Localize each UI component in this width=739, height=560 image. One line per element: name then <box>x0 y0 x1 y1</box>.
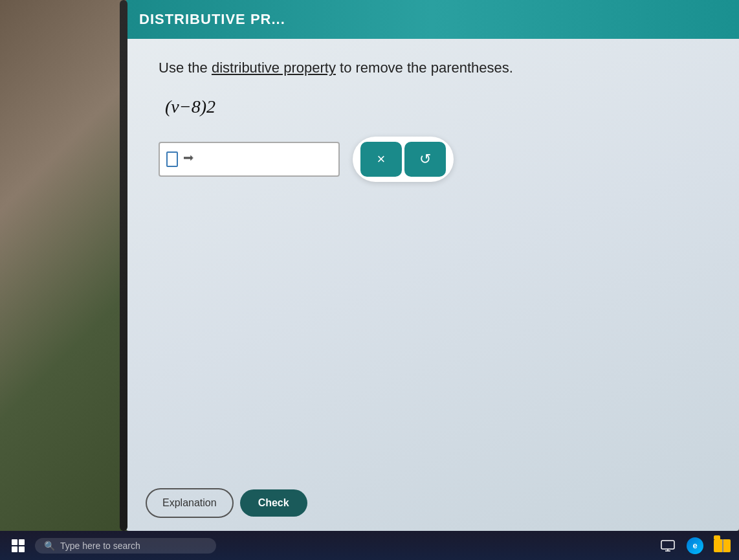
problem-area: Use the distributive property to remove … <box>146 39 720 479</box>
cursor-arrow: ⮕ <box>183 152 195 166</box>
math-expression: (v−8)2 <box>159 96 707 117</box>
instruction-prefix: Use the <box>159 60 212 76</box>
taskbar-edge-icon[interactable]: e <box>685 535 705 556</box>
instruction-suffix: to remove the parentheses. <box>336 60 513 76</box>
answer-input-box[interactable]: ⮕ <box>159 142 340 177</box>
svg-rect-0 <box>661 541 674 549</box>
taskbar-folder-icon[interactable] <box>712 535 733 556</box>
answer-row: ⮕ × ↺ <box>159 137 707 182</box>
taskbar-right: e <box>657 535 733 556</box>
input-cursor-icon <box>166 151 178 167</box>
start-button[interactable] <box>6 534 30 557</box>
screen-content: Distributive pr... Use the distributive … <box>126 0 739 531</box>
instruction-text: Use the distributive property to remove … <box>159 58 707 78</box>
search-placeholder: Type here to search <box>60 541 140 551</box>
sidebar-bar <box>120 0 127 531</box>
header-title: Distributive pr... <box>139 11 285 28</box>
taskbar: 🔍 Type here to search e <box>0 531 739 560</box>
file-explorer-icon <box>714 539 731 552</box>
windows-icon <box>12 539 25 552</box>
header: Distributive pr... <box>126 0 739 39</box>
bottom-buttons: Explanation Check <box>146 488 307 518</box>
reset-button[interactable]: ↺ <box>404 142 446 177</box>
taskbar-search[interactable]: 🔍 Type here to search <box>35 538 216 554</box>
edge-browser-icon: e <box>687 537 703 554</box>
clear-button[interactable]: × <box>360 142 402 177</box>
explanation-button[interactable]: Explanation <box>146 488 234 518</box>
taskbar-monitor-icon[interactable] <box>657 535 678 556</box>
check-button[interactable]: Check <box>240 489 307 517</box>
action-buttons-container: × ↺ <box>353 137 454 182</box>
search-icon: 🔍 <box>44 541 55 551</box>
distributive-property-link[interactable]: distributive property <box>212 60 336 76</box>
